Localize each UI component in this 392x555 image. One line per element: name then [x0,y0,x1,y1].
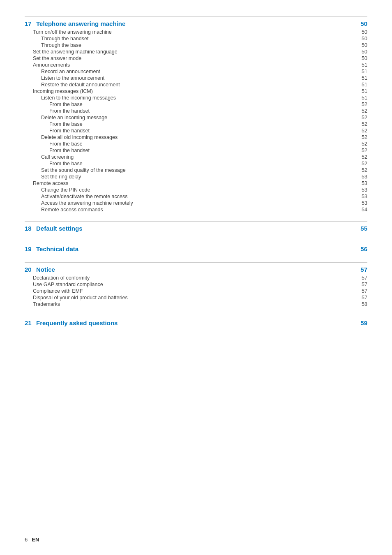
toc-entry-text: From the base [49,102,83,107]
toc-entry-page: 51 [357,69,367,74]
toc-entry-text: Remote access [33,180,68,186]
toc-entry-page: 52 [357,161,367,166]
toc-entry-page: 52 [357,154,367,160]
toc-entry-page: 53 [357,187,367,193]
toc-entry-text: Change the PIN code [41,187,90,193]
page: 17Telephone answering machine50Turn on/o… [0,0,392,555]
toc-entry: Use GAP standard compliance57 [25,281,367,288]
toc-content: 17Telephone answering machine50Turn on/o… [25,16,367,326]
toc-section-18: 18Default settings55 [25,221,367,232]
toc-entry-page: 57 [357,275,367,281]
section-title-21: Frequently asked questions [36,319,118,326]
toc-entry-page: 52 [357,108,367,114]
toc-section-21: 21Frequently asked questions59 [25,316,367,326]
toc-entry-text: Incoming messages (ICM) [33,88,93,94]
toc-entry-text: Trademarks [33,301,60,307]
toc-entry: Record an announcement51 [25,68,367,75]
toc-entry-page: 51 [357,95,367,101]
toc-entry: Remote access53 [25,180,367,187]
toc-entry: Change the PIN code53 [25,187,367,193]
toc-entry: From the handset52 [25,127,367,134]
toc-entry-text: Set the answer mode [33,56,81,61]
toc-entry-text: Turn on/off the answering machine [33,29,112,35]
section-header-21: 21Frequently asked questions59 [25,316,367,326]
toc-entry-text: Declaration of conformity [33,275,90,281]
section-page-21: 59 [360,319,367,326]
toc-entry: Disposal of your old product and batteri… [25,294,367,301]
toc-entry-page: 52 [357,141,367,147]
footer-language: EN [32,536,39,543]
toc-entry-page: 54 [357,207,367,213]
section-header-20: 20Notice57 [25,262,367,273]
toc-entry-text: From the handset [49,108,90,114]
toc-entry: From the base52 [25,141,367,147]
toc-entry: Turn on/off the answering machine50 [25,29,367,35]
footer: 6 EN [25,536,39,543]
toc-entry: Set the answer mode50 [25,55,367,62]
toc-entry: Delete an incoming message52 [25,114,367,121]
toc-entry-page: 52 [357,148,367,153]
toc-entry: Access the answering machine remotely53 [25,200,367,206]
toc-entry-text: Through the handset [41,36,88,42]
section-number-17: 17 [25,20,33,27]
toc-entry-text: Listen to the announcement [41,75,104,81]
section-title-17: Telephone answering machine [36,20,125,27]
toc-entry-page: 50 [357,49,367,55]
toc-section-20: 20Notice57Declaration of conformity57Use… [25,262,367,308]
toc-entry-page: 57 [357,288,367,294]
footer-page-number: 6 [25,536,28,543]
toc-entry-page: 51 [357,62,367,68]
toc-entry-text: Announcements [33,62,70,68]
toc-entry: Through the handset50 [25,35,367,42]
toc-entry: Incoming messages (ICM)51 [25,88,367,95]
toc-entry: From the base52 [25,101,367,108]
toc-entry-page: 53 [357,180,367,186]
toc-entry-text: From the base [49,141,83,147]
toc-entry-text: Listen to the incoming messages [41,95,116,101]
toc-entry-text: Through the base [41,42,81,48]
toc-entry-page: 58 [357,301,367,307]
toc-entry: Delete all old incoming messages52 [25,134,367,141]
toc-entry-page: 52 [357,102,367,107]
toc-entry-page: 51 [357,75,367,81]
toc-section-17: 17Telephone answering machine50Turn on/o… [25,16,367,213]
toc-entry-page: 50 [357,42,367,48]
toc-entry: From the handset52 [25,147,367,154]
section-number-20: 20 [25,266,33,273]
toc-entry-text: Set the sound quality of the message [41,167,126,173]
toc-entry-page: 51 [357,88,367,94]
toc-entry: From the handset52 [25,108,367,114]
toc-entry-page: 52 [357,115,367,120]
section-number-18: 18 [25,225,33,232]
toc-entry-text: Call screening [41,154,74,160]
section-header-left-17: 17Telephone answering machine [25,20,125,27]
toc-entry-text: Delete an incoming message [41,115,107,120]
toc-entry-text: From the handset [49,148,90,153]
toc-entry-text: Delete all old incoming messages [41,134,118,140]
toc-entry-text: From the base [49,161,83,166]
toc-entry-text: Activate/deactivate the remote access [41,194,128,199]
toc-entry-text: Set the ring delay [41,174,81,180]
toc-entry-page: 52 [357,121,367,127]
toc-entry-text: Access the answering machine remotely [41,200,133,206]
section-page-19: 56 [360,245,367,252]
toc-entry-text: Restore the default announcement [41,82,120,88]
toc-entry-text: From the handset [49,128,90,134]
section-number-19: 19 [25,245,33,252]
section-header-left-21: 21Frequently asked questions [25,319,118,326]
section-page-18: 55 [360,225,367,232]
toc-entry: Compliance with EMF57 [25,288,367,294]
toc-section-19: 19Technical data56 [25,242,367,252]
toc-entry: Declaration of conformity57 [25,275,367,281]
toc-entry: Restore the default announcement51 [25,81,367,88]
section-page-20: 57 [360,266,367,273]
toc-entry-page: 52 [357,167,367,173]
toc-entry-page: 53 [357,174,367,180]
toc-entry: Set the ring delay53 [25,173,367,180]
section-number-21: 21 [25,319,33,326]
section-title-18: Default settings [36,225,83,232]
toc-entry-page: 50 [357,36,367,42]
toc-entry: Announcements51 [25,62,367,68]
toc-entry: Trademarks58 [25,301,367,308]
section-header-18: 18Default settings55 [25,221,367,232]
